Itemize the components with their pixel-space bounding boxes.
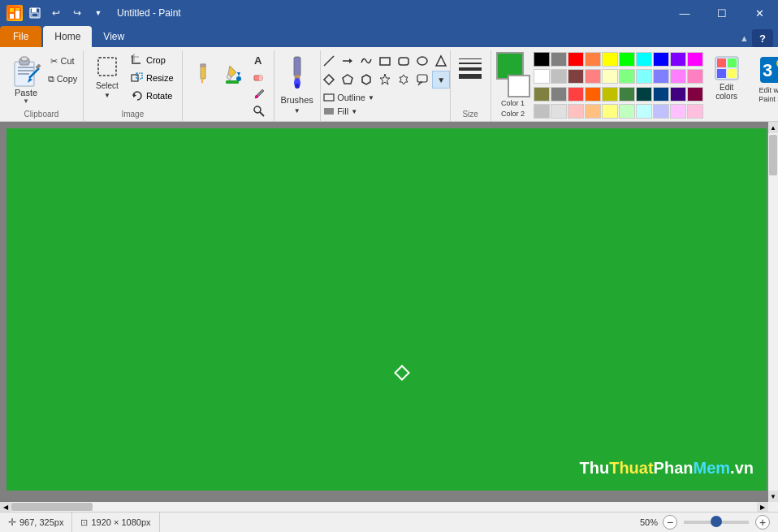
shape-roundrect[interactable] xyxy=(395,52,413,70)
swatch-lightpurple[interactable] xyxy=(670,104,686,119)
horizontal-scrollbar[interactable]: ◀ ▶ xyxy=(0,502,768,512)
shape-pentagon[interactable] xyxy=(339,71,357,89)
tab-view[interactable]: View xyxy=(92,26,136,47)
swatch-verylight[interactable] xyxy=(551,104,567,119)
swatch-cyan[interactable] xyxy=(636,52,652,67)
qat-menu[interactable]: ▼ xyxy=(89,4,107,22)
zoom-slider-track[interactable] xyxy=(684,521,749,524)
paste-button[interactable]: Paste ▼ xyxy=(5,52,47,106)
swatch-purple[interactable] xyxy=(670,52,686,67)
swatch-mintgreen[interactable] xyxy=(619,104,635,119)
copy-button[interactable]: ⧉ Copy xyxy=(47,70,78,88)
v-scroll-thumb[interactable] xyxy=(769,135,777,175)
paste-dropdown[interactable]: ▼ xyxy=(23,97,29,105)
zoom-slider-thumb[interactable] xyxy=(711,516,722,527)
swatch-redorange[interactable] xyxy=(568,87,584,102)
brushes-dropdown[interactable]: ▼ xyxy=(294,107,300,115)
shape-triangle[interactable] xyxy=(432,52,450,70)
rotate-button[interactable]: Rotate xyxy=(128,88,177,104)
maximize-button[interactable]: ☐ xyxy=(703,0,741,26)
size-line-3[interactable] xyxy=(459,67,482,71)
shape-hexagon[interactable] xyxy=(357,71,375,89)
scroll-right-arrow[interactable]: ▶ xyxy=(757,502,768,512)
scroll-up-arrow[interactable]: ▲ xyxy=(768,122,778,133)
size-line-4[interactable] xyxy=(459,74,482,79)
shape-diamond[interactable] xyxy=(320,71,338,89)
swatch-blush[interactable] xyxy=(687,104,703,119)
swatch-peach[interactable] xyxy=(585,104,601,119)
h-scroll-track[interactable] xyxy=(11,502,757,512)
brushes-button[interactable]: Brushes ▼ xyxy=(279,52,315,118)
tab-home[interactable]: Home xyxy=(43,26,92,47)
swatch-darkorange[interactable] xyxy=(585,87,601,102)
swatch-orange[interactable] xyxy=(585,52,601,67)
swatch-cream[interactable] xyxy=(602,104,618,119)
scroll-left-arrow[interactable]: ◀ xyxy=(0,502,11,512)
swatch-hotpink[interactable] xyxy=(687,69,703,84)
select-button[interactable]: Select ▼ xyxy=(89,52,126,102)
redo-button[interactable]: ↪ xyxy=(68,4,86,22)
vertical-scrollbar[interactable]: ▲ ▼ xyxy=(768,122,778,502)
help-button[interactable]: ? xyxy=(752,29,773,47)
select-dropdown-arrow[interactable]: ▼ xyxy=(104,92,110,99)
swatch-lavender[interactable] xyxy=(653,104,669,119)
swatch-maroon[interactable] xyxy=(687,87,703,102)
color-picker-button[interactable] xyxy=(249,86,269,102)
pencil-button[interactable] xyxy=(188,52,217,97)
swatch-salmon[interactable] xyxy=(585,69,601,84)
swatch-black[interactable] xyxy=(534,52,550,67)
size-line-2[interactable] xyxy=(459,63,482,64)
swatch-navy[interactable] xyxy=(653,87,669,102)
swatch-silver[interactable] xyxy=(551,69,567,84)
swatch-white[interactable] xyxy=(534,69,550,84)
color2-box[interactable] xyxy=(508,75,530,97)
swatch-gray128[interactable] xyxy=(551,52,567,67)
text-button[interactable]: A xyxy=(249,52,269,68)
swatch-lightpink[interactable] xyxy=(568,104,584,119)
h-scroll-thumb[interactable] xyxy=(11,503,93,511)
canvas-scroll-area[interactable]: ThuThuatPhanMem.vn xyxy=(0,122,768,502)
fill-button[interactable]: Fill ▼ xyxy=(320,105,450,118)
swatch-red[interactable] xyxy=(568,52,584,67)
shape-arrow[interactable] xyxy=(339,52,357,70)
cut-button[interactable]: ✂ Cut xyxy=(47,52,78,70)
size-line-1[interactable] xyxy=(459,58,482,59)
outline-button[interactable]: Outline ▼ xyxy=(320,91,450,104)
swatch-medgray[interactable] xyxy=(551,87,567,102)
swatch-darkgreen[interactable] xyxy=(619,87,635,102)
shape-callout[interactable] xyxy=(413,71,431,89)
swatch-blue[interactable] xyxy=(653,52,669,67)
zoom-plus-button[interactable]: + xyxy=(755,515,770,530)
eraser-button[interactable] xyxy=(249,69,269,85)
swatch-indigo[interactable] xyxy=(670,87,686,102)
shape-star5[interactable] xyxy=(376,71,394,89)
shape-doodle[interactable] xyxy=(357,52,375,70)
paint-canvas[interactable]: ThuThuatPhanMem.vn xyxy=(6,128,767,491)
swatch-periwinkle[interactable] xyxy=(653,69,669,84)
magnifier-button[interactable] xyxy=(249,103,269,119)
shape-rect[interactable] xyxy=(376,52,394,70)
shape-more[interactable]: ▼ xyxy=(432,71,450,89)
swatch-darkred[interactable] xyxy=(568,69,584,84)
swatch-magenta[interactable] xyxy=(687,52,703,67)
swatch-olive[interactable] xyxy=(534,87,550,102)
close-button[interactable]: ✕ xyxy=(741,0,778,26)
crop-button[interactable]: Crop xyxy=(128,52,177,68)
swatch-lightgray[interactable] xyxy=(534,104,550,119)
edit-colors-button[interactable]: Edit colors xyxy=(707,52,747,104)
quick-access-save[interactable] xyxy=(26,4,44,22)
zoom-minus-button[interactable]: − xyxy=(663,515,677,530)
swatch-pink[interactable] xyxy=(670,69,686,84)
shape-ellipse[interactable] xyxy=(413,52,431,70)
shape-star6[interactable] xyxy=(395,71,413,89)
swatch-lime[interactable] xyxy=(619,52,635,67)
shape-line[interactable] xyxy=(320,52,338,70)
v-scroll-track[interactable] xyxy=(768,133,778,491)
undo-button[interactable]: ↩ xyxy=(47,4,65,22)
ribbon-collapse[interactable]: ▲ xyxy=(737,33,752,43)
tab-file[interactable]: File xyxy=(0,26,41,47)
swatch-lightgreen[interactable] xyxy=(619,69,635,84)
edit-with-paint3d-button[interactable]: 3 Edit with Paint 3D xyxy=(750,52,778,107)
swatch-teal[interactable] xyxy=(636,87,652,102)
fill-button[interactable] xyxy=(218,52,248,97)
